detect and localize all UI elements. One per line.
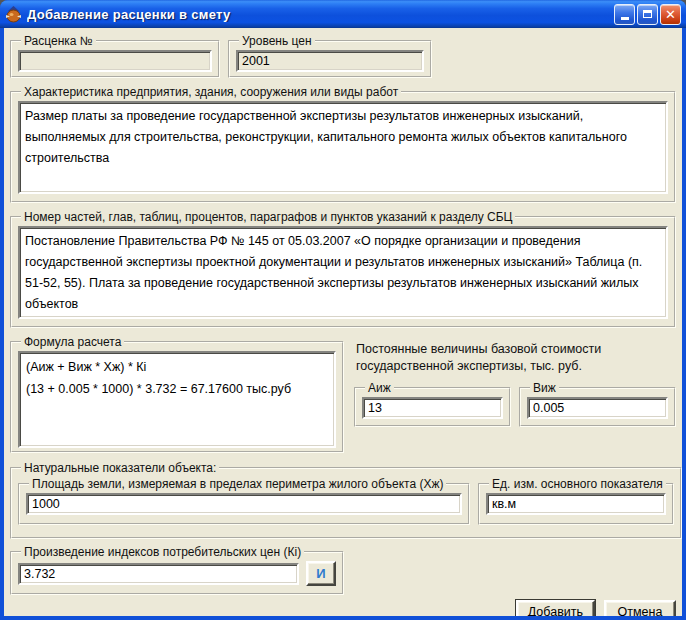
group-price-number: Расценка № [10, 34, 220, 78]
natural-indicators-label: Натуральные показатели объекта: [21, 461, 219, 475]
group-land-area: Площадь земли, измеряемая в пределах пер… [18, 477, 470, 525]
price-number-label: Расценка № [21, 34, 96, 48]
group-natural-indicators: Натуральные показатели объекта: Площадь … [10, 461, 682, 539]
formula-box[interactable]: (Аиж + Виж * Хж) * Кi (13 + 0.005 * 1000… [18, 351, 336, 448]
dialog-buttons: Добавить Отмена [10, 600, 676, 616]
constants-caption: Постоянные величины базовой стоимости го… [356, 341, 674, 375]
top-row: Расценка № Уровень цен [10, 34, 676, 78]
add-button[interactable]: Добавить [516, 600, 595, 616]
title-bar[interactable]: Добавление расценки в смету ✕ [0, 0, 686, 28]
price-level-input [236, 50, 424, 72]
land-area-input[interactable] [26, 493, 462, 515]
app-icon [5, 6, 22, 23]
group-characteristic: Характеристика предприятия, здания, соор… [10, 85, 676, 203]
group-formula: Формула расчета (Аиж + Виж * Хж) * Кi (1… [10, 335, 344, 453]
cancel-button[interactable]: Отмена [604, 600, 676, 616]
minimize-icon[interactable] [614, 4, 635, 25]
aizh-input[interactable] [362, 397, 503, 419]
characteristic-textarea[interactable]: Размер платы за проведение государственн… [18, 101, 668, 194]
land-area-label: Площадь земли, измеряемая в пределах пер… [29, 477, 446, 491]
constants-row: Аиж Виж [354, 381, 676, 427]
group-aizh: Аиж [354, 381, 511, 427]
group-price-level: Уровень цен [228, 34, 432, 78]
natural-indicators-row: Площадь земли, измеряемая в пределах пер… [18, 477, 674, 525]
dialog-window: Добавление расценки в смету ✕ Расценка №… [0, 0, 686, 620]
group-measure-unit: Ед. изм. основного показателя [478, 477, 674, 525]
dialog-content: Расценка № Уровень цен Характеристика пр… [4, 28, 682, 616]
characteristic-label: Характеристика предприятия, здания, соор… [21, 85, 401, 99]
constants-panel: Постоянные величины базовой стоимости го… [354, 335, 676, 453]
price-number-input[interactable] [18, 50, 212, 72]
sbc-reference-label: Номер частей, глав, таблиц, процентов, п… [21, 210, 515, 224]
sbc-reference-textarea[interactable]: Постановление Правительства РФ № 145 от … [18, 226, 668, 319]
price-index-label: Произведение индексов потребительских це… [21, 545, 304, 559]
middle-row: Формула расчета (Аиж + Виж * Хж) * Кi (1… [10, 335, 676, 453]
close-icon[interactable]: ✕ [660, 4, 681, 25]
formula-label: Формула расчета [21, 335, 124, 349]
group-vizh: Виж [519, 381, 676, 427]
price-index-input[interactable] [18, 563, 299, 585]
price-level-label: Уровень цен [239, 34, 315, 48]
group-price-index: Произведение индексов потребительских це… [10, 545, 344, 595]
maximize-icon[interactable] [637, 4, 658, 25]
aizh-label: Аиж [365, 381, 394, 395]
group-sbc-reference: Номер частей, глав, таблиц, процентов, п… [10, 210, 676, 328]
index-lookup-button[interactable]: И [306, 561, 336, 586]
vizh-label: Виж [530, 381, 559, 395]
vizh-input[interactable] [527, 397, 668, 419]
measure-unit-input[interactable] [486, 493, 666, 515]
formula-line-computed: (13 + 0.005 * 1000) * 3.732 = 67.17600 т… [26, 378, 328, 400]
formula-line-symbolic: (Аиж + Виж * Хж) * Кi [26, 356, 328, 378]
window-title: Добавление расценки в смету [27, 7, 614, 22]
price-index-row: И [18, 561, 336, 586]
measure-unit-label: Ед. изм. основного показателя [489, 477, 666, 491]
